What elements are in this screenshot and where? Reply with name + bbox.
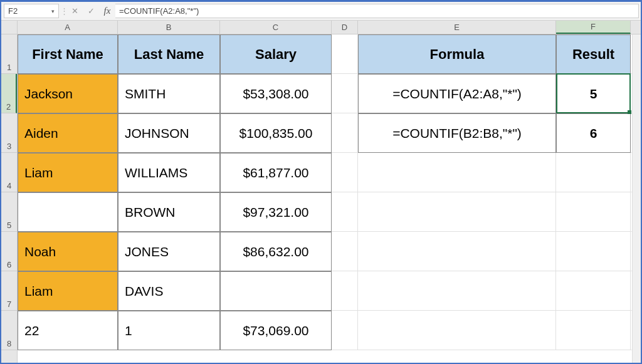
column-headers: A B C D E F [18,21,641,34]
table-row: First Name Last Name Salary Formula Resu… [18,34,641,74]
grid-main: A B C D E F First Name Last Name Salary … [18,21,641,363]
separator: ⋮ [61,2,66,20]
header-first-name[interactable]: First Name [18,34,118,74]
cell-formula[interactable]: =COUNTIF(A2:A8,"*") [358,74,556,113]
table-row: Aiden JOHNSON $100,835.00 =COUNTIF(B2:B8… [18,113,641,153]
cells-area[interactable]: First Name Last Name Salary Formula Resu… [18,34,641,363]
cell-salary[interactable]: $97,321.00 [220,192,332,232]
cell-last-name[interactable]: WILLIAMS [118,153,220,192]
empty-cell[interactable] [332,113,358,153]
cancel-icon[interactable]: ✕ [66,2,83,20]
empty-cell[interactable] [556,192,631,232]
cell-result[interactable]: 5 [556,74,631,113]
header-salary[interactable]: Salary [220,34,332,74]
table-row: Noah JONES $86,632.00 [18,232,641,271]
select-all-corner[interactable] [1,21,17,34]
empty-cell[interactable] [332,311,358,350]
row-header[interactable]: 5 [1,192,17,232]
col-header[interactable]: C [220,21,332,34]
cell-first-name[interactable] [18,192,118,232]
empty-cell[interactable] [556,271,631,311]
col-header[interactable]: A [18,21,118,34]
name-box-value: F2 [8,6,18,16]
cell-last-name[interactable]: JONES [118,232,220,271]
vertical-scrollbar[interactable] [632,34,641,363]
empty-cell[interactable] [332,34,358,74]
grid: 1 2 3 4 5 6 7 8 A B C D E F First Name [1,21,641,363]
row-header[interactable]: 4 [1,153,17,192]
row-header[interactable]: 8 [1,311,17,350]
empty-cell[interactable] [332,271,358,311]
row-header[interactable]: 7 [1,271,17,311]
cell-first-name[interactable]: Liam [18,271,118,311]
empty-cell[interactable] [556,232,631,271]
empty-cell[interactable] [332,153,358,192]
cell-salary[interactable]: $53,308.00 [220,74,332,113]
cell-last-name[interactable]: JOHNSON [118,113,220,153]
empty-cell[interactable] [332,232,358,271]
row-header[interactable]: 1 [1,34,17,74]
table-row: Jackson SMITH $53,308.00 =COUNTIF(A2:A8,… [18,74,641,113]
cell-salary[interactable]: $100,835.00 [220,113,332,153]
cell-last-name[interactable]: 1 [118,311,220,350]
cell-last-name[interactable]: BROWN [118,192,220,232]
header-formula[interactable]: Formula [358,34,556,74]
header-result[interactable]: Result [556,34,631,74]
col-header[interactable]: B [118,21,220,34]
cell-first-name[interactable]: Jackson [18,74,118,113]
formula-bar: F2 ▾ ⋮ ✕ ✓ fx =COUNTIF(A2:A8,"*") [1,2,641,21]
cell-formula[interactable]: =COUNTIF(B2:B8,"*") [358,113,556,153]
empty-cell[interactable] [358,271,556,311]
cell-first-name[interactable]: Aiden [18,113,118,153]
empty-cell[interactable] [358,311,556,350]
cell-result[interactable]: 6 [556,113,631,153]
row-header[interactable]: 3 [1,113,17,153]
cell-salary[interactable]: $86,632.00 [220,232,332,271]
empty-cell[interactable] [556,311,631,350]
cell-salary[interactable]: $61,877.00 [220,153,332,192]
col-header[interactable]: E [358,21,556,34]
empty-cell[interactable] [358,192,556,232]
formula-text: =COUNTIF(A2:A8,"*") [119,6,199,16]
row-header[interactable]: 2 [1,74,17,113]
formula-input[interactable]: =COUNTIF(A2:A8,"*") [115,4,639,18]
col-header[interactable]: F [556,21,631,34]
empty-cell[interactable] [332,192,358,232]
col-header[interactable]: D [332,21,358,34]
cell-salary[interactable]: $73,069.00 [220,311,332,350]
empty-cell[interactable] [358,232,556,271]
empty-cell[interactable] [358,153,556,192]
cell-first-name[interactable]: Noah [18,232,118,271]
cell-last-name[interactable]: SMITH [118,74,220,113]
table-row: BROWN $97,321.00 [18,192,641,232]
table-row: Liam DAVIS [18,271,641,311]
header-last-name[interactable]: Last Name [118,34,220,74]
cell-last-name[interactable]: DAVIS [118,271,220,311]
name-box[interactable]: F2 ▾ [4,4,59,18]
fx-icon[interactable]: fx [99,2,115,20]
cell-salary[interactable] [220,271,332,311]
excel-window: F2 ▾ ⋮ ✕ ✓ fx =COUNTIF(A2:A8,"*") 1 2 3 … [0,0,642,364]
table-row: 22 1 $73,069.00 [18,311,641,350]
confirm-icon[interactable]: ✓ [83,2,99,20]
dropdown-icon[interactable]: ▾ [51,8,55,14]
row-headers: 1 2 3 4 5 6 7 8 [1,21,18,363]
empty-cell[interactable] [332,74,358,113]
table-row: Liam WILLIAMS $61,877.00 [18,153,641,192]
empty-cell[interactable] [556,153,631,192]
row-header[interactable]: 6 [1,232,17,271]
cell-first-name[interactable]: 22 [18,311,118,350]
cell-first-name[interactable]: Liam [18,153,118,192]
